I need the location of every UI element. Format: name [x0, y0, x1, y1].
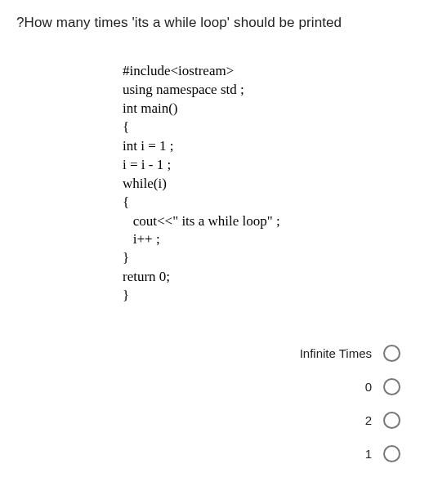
radio-icon[interactable]	[383, 412, 400, 429]
radio-icon[interactable]	[383, 378, 400, 395]
option-infinite[interactable]: Infinite Times	[300, 345, 400, 362]
option-two[interactable]: 2	[365, 412, 400, 429]
option-label: 2	[365, 413, 372, 427]
code-block: #include<iostream> using namespace std ;…	[123, 62, 422, 306]
quiz-container: ?How many times 'its a while loop' shoul…	[0, 0, 438, 477]
option-label: 0	[365, 380, 372, 394]
option-zero[interactable]: 0	[365, 378, 400, 395]
options-group: Infinite Times 0 2 1	[16, 345, 422, 462]
option-one[interactable]: 1	[365, 445, 400, 462]
radio-icon[interactable]	[383, 345, 400, 362]
radio-icon[interactable]	[383, 445, 400, 462]
option-label: 1	[365, 447, 372, 461]
question-text: ?How many times 'its a while loop' shoul…	[16, 15, 422, 31]
option-label: Infinite Times	[300, 346, 372, 360]
